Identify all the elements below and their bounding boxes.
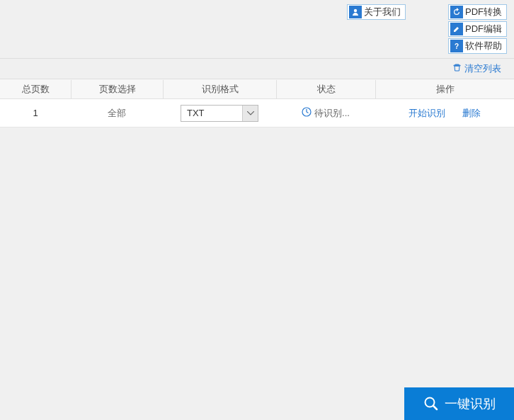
table-row: 1 全部 TXT 待识别... 开始识别 删除: [0, 99, 514, 127]
refresh-icon: [450, 6, 463, 18]
top-bar: 关于我们 PDF转换 PDF编辑 ? 软件帮助: [0, 0, 514, 59]
person-icon: [349, 6, 362, 18]
clear-list-label: 清空列表: [464, 62, 501, 75]
clear-bar: 清空列表: [0, 59, 514, 79]
top-links-left: 关于我们: [347, 4, 406, 54]
header-pages: 总页数: [0, 80, 71, 98]
pdf-convert-label: PDF转换: [465, 6, 502, 18]
clock-icon: [302, 107, 312, 119]
cell-format: TXT: [163, 105, 276, 122]
clear-list-button[interactable]: 清空列表: [452, 62, 501, 75]
format-select[interactable]: TXT: [181, 105, 258, 122]
cell-pages: 1: [0, 108, 71, 118]
status-text: 待识别...: [314, 107, 350, 120]
svg-text:?: ?: [455, 42, 459, 50]
pdf-convert-link[interactable]: PDF转换: [448, 4, 507, 20]
trash-icon: [452, 63, 462, 74]
cell-action: 开始识别 删除: [375, 107, 514, 120]
one-click-recognize-button[interactable]: 一键识别: [404, 387, 514, 420]
header-page-select: 页数选择: [71, 80, 163, 98]
header-format: 识别格式: [163, 80, 276, 98]
top-links-right: PDF转换 PDF编辑 ? 软件帮助: [448, 4, 507, 54]
header-action: 操作: [375, 80, 514, 98]
start-recognize-button[interactable]: 开始识别: [409, 107, 445, 120]
help-label: 软件帮助: [465, 40, 502, 52]
one-click-label: 一键识别: [445, 395, 496, 412]
about-link[interactable]: 关于我们: [347, 4, 406, 20]
edit-icon: [450, 23, 463, 35]
cell-status: 待识别...: [276, 107, 375, 120]
delete-button[interactable]: 删除: [462, 107, 481, 120]
header-status: 状态: [276, 80, 375, 98]
format-value: TXT: [181, 108, 242, 118]
cell-page-select: 全部: [71, 107, 163, 120]
table-header: 总页数 页数选择 识别格式 状态 操作: [0, 79, 514, 99]
pdf-edit-label: PDF编辑: [465, 23, 502, 35]
chevron-down-icon: [242, 106, 258, 121]
search-icon: [423, 396, 439, 412]
about-label: 关于我们: [364, 6, 401, 18]
pdf-edit-link[interactable]: PDF编辑: [448, 21, 507, 37]
svg-point-0: [354, 9, 357, 12]
question-icon: ?: [450, 40, 463, 52]
content-area: [0, 127, 514, 404]
help-link[interactable]: ? 软件帮助: [448, 38, 507, 54]
